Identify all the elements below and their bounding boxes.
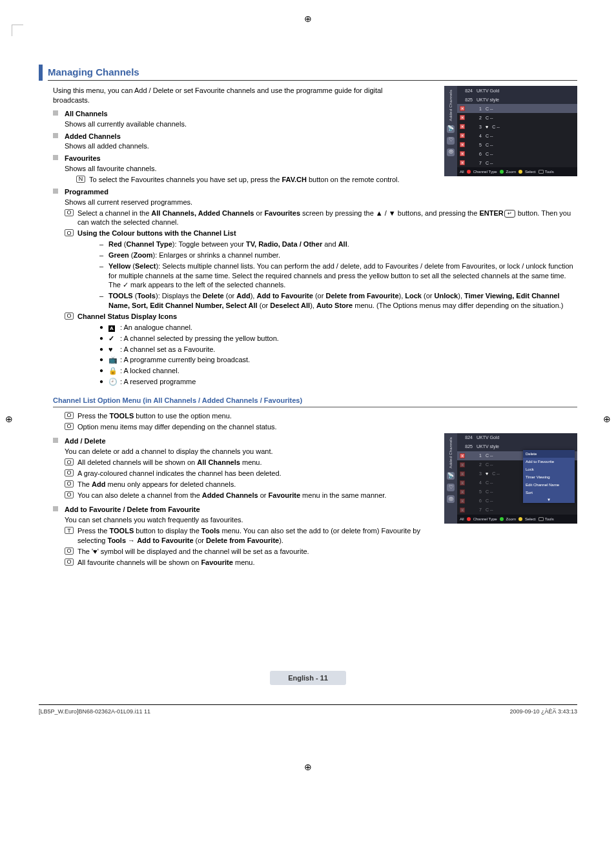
- note-text: To select the Favourites channels you ha…: [89, 175, 439, 185]
- check-icon: ✓: [108, 334, 120, 343]
- channel-badge-icon: ▪: [460, 151, 465, 156]
- preview2-side-label: Added Channels: [448, 437, 453, 469]
- footer-left-meta: [LB5P_W.Euro]BN68-02362A-01L09.i11 11: [39, 708, 150, 715]
- heart-icon: ♥: [486, 124, 488, 130]
- analogue-icon: A: [108, 325, 115, 332]
- note-o-icon: O: [65, 423, 74, 430]
- channel-badge-icon: ▪: [460, 453, 465, 458]
- note-text: Option menu items may differ depending o…: [77, 422, 439, 432]
- channel-badge-icon: ▪: [460, 142, 465, 147]
- bullet-square-icon: [53, 133, 58, 138]
- preview2-hdr-name-1: UKTV style: [477, 444, 575, 449]
- sub-desc: Shows all currently available channels.: [65, 119, 439, 129]
- section-accent: [39, 65, 43, 81]
- preview1-footer-select: Select: [525, 169, 536, 174]
- channel-badge-icon: ▪: [460, 480, 465, 486]
- preview1-row-num: 1: [469, 106, 482, 112]
- bullet-square-icon: [53, 155, 58, 160]
- popup-item: Add to Favourite: [523, 458, 575, 465]
- note-text: You can also delete a channel from the A…: [77, 491, 394, 500]
- status-icons-title: Channel Status Display Icons: [77, 312, 577, 322]
- channel-badge-icon: ▪: [460, 498, 465, 504]
- preview2-row-num: 6: [469, 498, 482, 504]
- sub-desc: Shows all added channels.: [65, 141, 439, 151]
- antenna-icon: 📡: [447, 125, 455, 133]
- channel-badge-icon: ▪: [460, 471, 465, 476]
- note-text: All favourite channels will be shown on …: [77, 558, 439, 568]
- popup-item: Delete: [523, 450, 575, 458]
- sub-add-delete: Add / Delete You can delete or add a cha…: [53, 436, 439, 500]
- heart-icon: ♡: [447, 137, 455, 145]
- preview2-footer-ct: Channel Type: [473, 517, 497, 522]
- preview1-row-name: C --: [486, 106, 575, 112]
- preview2-row-num: 5: [469, 489, 482, 495]
- preview2-row-num: 4: [469, 480, 482, 486]
- note-o-icon: O: [65, 458, 74, 465]
- channel-badge-icon: ▪: [460, 160, 465, 165]
- popup-item: Timer Viewing: [523, 473, 575, 481]
- bullet-square-icon: [53, 438, 58, 443]
- channel-badge-icon: ▪: [460, 507, 465, 513]
- tools-icon: [539, 517, 544, 521]
- registration-mark-left: ⊕: [5, 413, 13, 425]
- preview2-row-num: 3: [469, 471, 482, 476]
- green-dot-icon: [500, 517, 504, 521]
- enter-button-icon: ↵: [504, 210, 515, 218]
- preview1-row-name: C --: [486, 133, 575, 139]
- heart-icon: ♥: [486, 471, 488, 476]
- heart-icon: ♡: [447, 484, 455, 491]
- sub-title: Add to Favourite / Delete from Favourite: [65, 505, 439, 515]
- preview1-row-name: C --: [492, 124, 575, 130]
- preview2-row-num: 1: [469, 453, 482, 458]
- preview1-row-num: 3: [469, 124, 482, 130]
- yellow-dot-icon: [518, 170, 522, 174]
- chevron-down-icon: ▼: [523, 496, 575, 503]
- note-o-icon: O: [65, 209, 74, 216]
- intro-text: Using this menu, you can Add / Delete or…: [53, 86, 389, 105]
- note-o-icon: O: [65, 491, 74, 498]
- bullet-square-icon: [53, 110, 58, 116]
- preview1-row-name: C --: [486, 142, 575, 148]
- preview2-row-num: 2: [469, 462, 482, 467]
- channel-badge-icon: ▪: [460, 489, 465, 495]
- preview1-hdr-num-1: 825: [460, 97, 473, 103]
- sub-title: Added Channels: [65, 132, 439, 141]
- channel-list-preview-1: Added Channels 📡 ♡ ◎ 824UKTV Gold 825UKT…: [444, 86, 577, 176]
- note-text: All deleted channels will be shown on Al…: [77, 458, 439, 467]
- preview2-row-name: C --: [486, 507, 575, 513]
- red-dot-icon: [467, 517, 471, 521]
- heart-icon: ♥: [108, 345, 120, 354]
- preview1-row-num: 4: [469, 133, 482, 139]
- preview1-footer-all: All: [460, 169, 464, 174]
- note-o-icon: O: [65, 558, 74, 566]
- preview2-row-num: 7: [469, 507, 482, 513]
- sub-title: Add / Delete: [65, 436, 439, 446]
- channel-badge-icon: ▪: [460, 133, 465, 138]
- preview2-hdr-name-0: UKTV Gold: [477, 435, 575, 440]
- preview1-row-name: C --: [486, 160, 575, 166]
- preview1-side-label: Added Channels: [448, 90, 453, 121]
- preview1-hdr-name-1: UKTV style: [477, 97, 575, 103]
- section-title-bar: Managing Channels: [39, 65, 577, 81]
- sub-programmed: Programmed Shows all current reserved pr…: [53, 187, 577, 387]
- section-title: Managing Channels: [48, 65, 577, 80]
- disc-icon: ◎: [447, 495, 455, 503]
- colour-buttons-title: Using the Colour buttons with the Channe…: [77, 229, 577, 238]
- note-o-icon: O: [65, 412, 74, 419]
- tools-popup: Delete Add to Favourite Lock Timer Viewi…: [523, 450, 575, 504]
- crop-mark: [12, 25, 23, 36]
- note-t-icon: T: [65, 527, 74, 534]
- popup-item: Edit Channel Name: [523, 481, 575, 489]
- note-o-icon: O: [65, 547, 74, 555]
- status-icons-list: ●A: An analogue channel. ●✓: A channel s…: [65, 323, 577, 387]
- disc-icon: ◎: [447, 148, 455, 156]
- sub-title: Favourites: [65, 154, 439, 163]
- registration-mark-bottom: ⊕: [304, 761, 312, 773]
- red-dot-icon: [467, 170, 471, 174]
- note-text: Press the TOOLS button to display the To…: [77, 526, 439, 546]
- sub-title: Programmed: [65, 187, 577, 197]
- colour-buttons-list: –Red (Channel Type): Toggle between your…: [65, 240, 577, 311]
- preview1-footer-tools: Tools: [545, 169, 554, 174]
- preview2-footer-select: Select: [525, 517, 536, 522]
- tools-icon: [539, 170, 544, 174]
